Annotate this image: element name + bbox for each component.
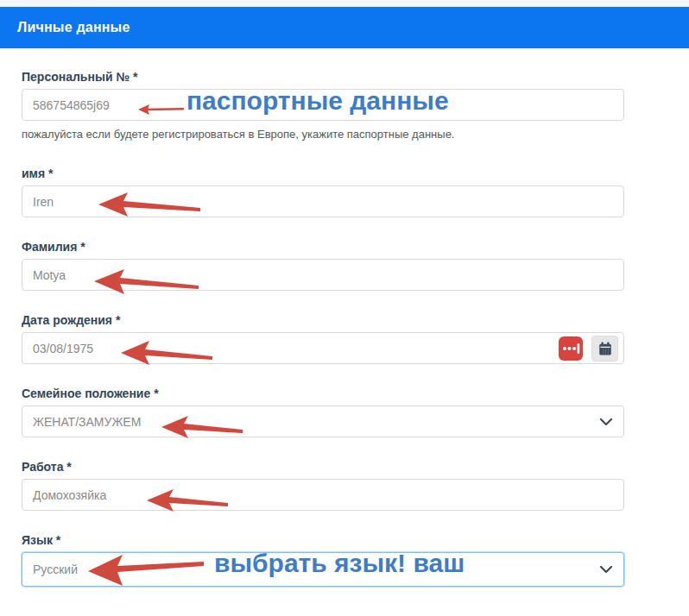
personal-data-page: Личные данные Персональный № * пожалуйст… [0, 0, 689, 616]
language-select[interactable]: Русский [22, 552, 624, 587]
personal-number-input[interactable] [22, 89, 624, 121]
marital-status-value: ЖЕНАТ/ЗАМУЖЕМ [33, 415, 141, 429]
field-first-name: имя * [22, 167, 624, 217]
birth-date-label: Дата рождения * [22, 313, 624, 327]
chevron-down-icon [599, 418, 613, 426]
language-value: Русский [33, 563, 78, 576]
language-label: Язык * [22, 533, 624, 547]
personal-number-label: Персональный № * [22, 70, 624, 84]
birth-date-input[interactable] [22, 332, 624, 364]
last-name-input[interactable] [22, 259, 624, 291]
first-name-label: имя * [22, 167, 624, 180]
calendar-icon [597, 341, 613, 356]
job-input[interactable] [22, 479, 624, 511]
section-header: Личные данные [0, 7, 689, 48]
field-last-name: Фамилия * [22, 240, 624, 291]
calendar-button[interactable] [591, 336, 618, 361]
last-name-label: Фамилия * [22, 240, 624, 254]
job-label: Работа * [22, 460, 624, 474]
field-personal-number: Персональный № * пожалуйста если будете … [22, 70, 624, 141]
field-birth-date: Дата рождения * [22, 313, 624, 364]
field-job: Работа * [22, 460, 624, 511]
marital-status-label: Семейное положение * [22, 387, 624, 400]
page-top-strip [0, 0, 689, 7]
field-language: Язык * Русский [22, 533, 624, 587]
field-marital-status: Семейное положение * ЖЕНАТ/ЗАМУЖЕМ [22, 387, 624, 437]
first-name-input[interactable] [22, 185, 624, 217]
personal-data-form: Персональный № * пожалуйста если будете … [0, 48, 689, 616]
section-title: Личные данные [17, 20, 130, 35]
birth-date-input-wrap [22, 332, 624, 364]
password-manager-autofill-icon[interactable] [559, 336, 583, 361]
marital-status-select[interactable]: ЖЕНАТ/ЗАМУЖЕМ [22, 405, 624, 437]
chevron-down-icon [599, 565, 613, 574]
personal-number-help: пожалуйста если будете регистрироваться … [22, 128, 624, 141]
